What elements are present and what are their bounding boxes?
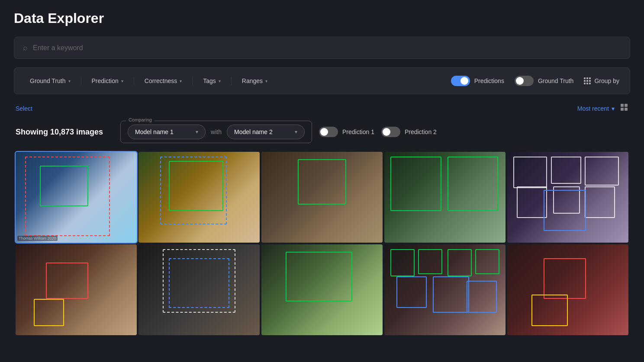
ground-truth-toggle[interactable] xyxy=(515,76,534,86)
bounding-box xyxy=(169,258,229,308)
bounding-box xyxy=(448,249,472,276)
chevron-down-icon: ▾ xyxy=(68,79,71,83)
bounding-box xyxy=(551,157,581,184)
model1-select[interactable]: Model name 1 ▾ xyxy=(128,125,206,139)
content-area: Select Most recent ▾ Showing 10,87 xyxy=(14,103,630,335)
bounding-box xyxy=(467,281,497,313)
prediction1-toggle-group: Prediction 1 xyxy=(319,127,374,137)
divider xyxy=(192,77,193,85)
image-cell[interactable] xyxy=(384,244,506,335)
detection-overlay xyxy=(384,244,506,335)
svg-rect-1 xyxy=(625,104,628,107)
filter-correctness[interactable]: Correctness ▾ xyxy=(139,75,187,87)
ground-truth-label: Ground Truth xyxy=(538,77,574,84)
bounding-box xyxy=(544,190,586,231)
svg-rect-0 xyxy=(621,104,624,107)
comparing-row: Showing 10,873 images Model name 1 ▾ wit… xyxy=(16,121,628,143)
select-link[interactable]: Select xyxy=(16,105,32,112)
most-recent-button[interactable]: Most recent ▾ xyxy=(577,105,615,112)
image-cell[interactable] xyxy=(261,244,383,335)
prediction1-toggle[interactable] xyxy=(319,127,338,137)
detection-overlay xyxy=(16,244,137,335)
filter-left: Ground Truth ▾ Prediction ▾ Correctness … xyxy=(25,75,273,87)
search-icon: ⌕ xyxy=(23,43,28,52)
showing-count: Showing 10,873 images xyxy=(16,128,103,137)
bounding-box xyxy=(517,186,547,218)
search-input[interactable] xyxy=(33,44,621,52)
predictions-label: Predictions xyxy=(474,77,504,84)
grid-view-button[interactable] xyxy=(620,103,628,114)
divider xyxy=(81,77,81,85)
prediction2-label: Prediction 2 xyxy=(405,128,437,135)
bounding-box xyxy=(25,157,110,237)
bounding-box xyxy=(160,157,227,225)
bounding-box xyxy=(34,299,64,326)
image-cell[interactable]: Thomas William 2020 xyxy=(16,152,137,243)
bounding-box xyxy=(418,249,442,275)
detection-overlay xyxy=(16,152,137,243)
detection-overlay xyxy=(507,244,628,335)
detection-overlay xyxy=(261,244,383,335)
bounding-box xyxy=(585,157,618,186)
prediction1-label: Prediction 1 xyxy=(342,128,374,135)
bounding-box xyxy=(513,157,547,189)
search-bar: ⌕ xyxy=(14,37,630,59)
comparing-wrapper: Model name 1 ▾ with Model name 2 ▾ xyxy=(120,121,312,143)
filter-tags[interactable]: Tags ▾ xyxy=(198,75,226,87)
image-cell[interactable] xyxy=(384,152,506,243)
prediction2-toggle[interactable] xyxy=(381,127,400,137)
filter-ground-truth[interactable]: Ground Truth ▾ xyxy=(25,75,76,87)
bounding-box xyxy=(390,249,415,276)
detection-overlay xyxy=(138,152,260,243)
detection-overlay xyxy=(384,152,506,243)
filter-bar: Ground Truth ▾ Prediction ▾ Correctness … xyxy=(14,67,630,94)
image-cell[interactable] xyxy=(261,152,383,243)
bounding-box xyxy=(531,295,568,327)
ground-truth-toggle-group: Ground Truth xyxy=(515,76,574,86)
bounding-box xyxy=(448,157,499,211)
image-cell[interactable] xyxy=(507,152,628,243)
bounding-box xyxy=(475,249,499,275)
chevron-down-icon: ▾ xyxy=(295,129,297,135)
filter-right: Predictions Ground Truth Group by xyxy=(451,76,619,86)
image-grid: Thomas William 2020 xyxy=(16,152,628,335)
image-cell[interactable] xyxy=(507,244,628,335)
content-header: Select Most recent ▾ xyxy=(16,103,628,114)
filter-ranges[interactable]: Ranges ▾ xyxy=(237,75,273,87)
predictions-toggle-group: Predictions xyxy=(451,76,504,86)
image-label: Thomas William 2020 xyxy=(17,236,58,241)
group-by-button[interactable]: Group by xyxy=(584,77,619,84)
chevron-down-icon: ▾ xyxy=(180,79,182,83)
image-cell[interactable] xyxy=(16,244,137,335)
chevron-down-icon: ▾ xyxy=(121,79,123,83)
divider xyxy=(134,77,134,85)
chevron-down-icon: ▾ xyxy=(265,79,267,83)
with-label: with xyxy=(211,128,222,135)
svg-rect-3 xyxy=(625,108,628,111)
header-right: Most recent ▾ xyxy=(577,103,628,114)
predictions-toggle[interactable] xyxy=(451,76,470,86)
bounding-box xyxy=(46,263,88,299)
bounding-box xyxy=(433,276,469,313)
chevron-down-icon: ▾ xyxy=(219,79,221,83)
detection-overlay xyxy=(261,152,383,243)
bounding-box xyxy=(390,157,441,211)
bounding-box xyxy=(544,258,586,299)
chevron-down-icon: ▾ xyxy=(196,129,198,135)
prediction2-toggle-group: Prediction 2 xyxy=(381,127,437,137)
bounding-box xyxy=(286,252,352,302)
chevron-down-icon: ▾ xyxy=(612,105,615,112)
bounding-box xyxy=(396,276,427,308)
svg-rect-2 xyxy=(621,108,624,111)
filter-prediction[interactable]: Prediction ▾ xyxy=(87,75,129,87)
bounding-box xyxy=(585,186,615,218)
image-cell[interactable] xyxy=(138,244,260,335)
grid-icon xyxy=(584,77,591,84)
page-title: Data Explorer xyxy=(14,10,630,26)
detection-overlay xyxy=(138,244,260,335)
bounding-box xyxy=(298,159,346,205)
model2-select[interactable]: Model name 2 ▾ xyxy=(227,125,305,139)
divider xyxy=(231,77,232,85)
image-cell[interactable] xyxy=(138,152,260,243)
detection-overlay xyxy=(507,152,628,243)
